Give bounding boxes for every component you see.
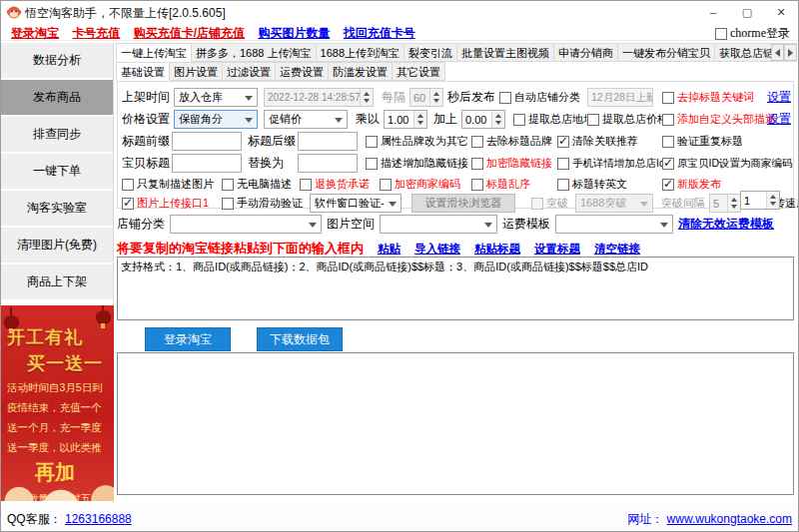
download-pack-button[interactable]: 下载数据包 — [257, 327, 343, 351]
subtab-image-settings[interactable]: 图片设置 — [170, 62, 223, 81]
checkbox-clear-related[interactable]: 清除关联推荐 — [557, 132, 638, 151]
paste-link[interactable]: 粘贴 — [378, 242, 400, 257]
image-space-select[interactable] — [380, 215, 497, 234]
slider-browser-button[interactable]: 设置滑块浏览器 — [411, 194, 515, 213]
sidebar-item-taoke-lab[interactable]: 淘客实验室 — [1, 191, 113, 228]
paste-title-link[interactable]: 粘贴标题 — [474, 242, 520, 257]
multiply-spinner[interactable]: 1.00 — [384, 110, 427, 129]
checkbox-custom-header-desc[interactable]: 添加自定义头部描述 — [662, 110, 776, 129]
checkbox-encrypt-merchant-code[interactable]: 加密商家编码 — [380, 175, 460, 194]
maximize-button[interactable]: ▢ — [730, 1, 764, 23]
breakthrough-gap-spinner[interactable]: 5 — [709, 194, 741, 213]
freight-template-label: 运费模板 — [502, 216, 550, 233]
replace-with-input[interactable] — [298, 154, 358, 173]
tab-batch-main-video[interactable]: 批量设置主图视频 — [457, 43, 554, 62]
checkbox-auto-shop-category[interactable]: 自动店铺分类 — [499, 88, 580, 107]
spinner-arrows-icon[interactable] — [727, 195, 740, 212]
checkbox-box — [380, 179, 392, 191]
image-space-label: 图片空间 — [327, 216, 375, 233]
item-title-input[interactable] — [172, 154, 242, 173]
nav-login-taobao[interactable]: 登录淘宝 — [11, 25, 59, 42]
checkbox-extract-store-address[interactable]: 提取总店地址 — [513, 110, 594, 129]
nav-recover-card[interactable]: 找回充值卡号 — [344, 25, 415, 42]
spinner-arrows-icon[interactable] — [766, 192, 779, 209]
spinner-arrows-icon[interactable] — [360, 89, 373, 106]
tab-apply-distributor[interactable]: 申请分销商 — [554, 43, 618, 62]
subtab-basic-settings[interactable]: 基础设置 — [116, 62, 170, 81]
tab-scroll-right-icon[interactable] — [784, 44, 797, 61]
checkbox-return-promise[interactable]: 退换货承诺 — [300, 175, 370, 194]
sidebar-item-shelf-toggle[interactable]: 商品上下架 — [1, 265, 113, 301]
sidebar-item-one-click-order[interactable]: 一键下单 — [1, 154, 113, 191]
close-button[interactable]: ✕ — [764, 1, 798, 23]
checkbox-breakthrough[interactable]: 突破 — [531, 194, 568, 213]
tab-pdd-1688-upload[interactable]: 拼多多，1688 上传淘宝 — [192, 43, 317, 62]
checkbox-copy-desc-images-only[interactable]: 只复制描述图片 — [122, 175, 214, 194]
checkbox-desc-hidden-link[interactable]: 描述增加隐藏链接 — [366, 154, 468, 173]
upload-speed-spinner[interactable]: 1 — [740, 191, 780, 210]
checkbox-attr-brand-other[interactable]: 属性品牌改为其它 — [366, 132, 468, 151]
subtab-antispam-settings[interactable]: 防滥发设置 — [329, 62, 393, 81]
checkbox-title-to-english[interactable]: 标题转英文 — [557, 175, 627, 194]
breakthrough-mode-select[interactable]: 1688突破 — [575, 194, 653, 213]
checkbox-extract-store-price[interactable]: 提取总店价格 — [587, 110, 668, 129]
checkbox-title-shuffle[interactable]: 标题乱序 — [471, 175, 530, 194]
spinner-arrows-icon[interactable] — [413, 111, 426, 128]
login-taobao-button[interactable]: 登录淘宝 — [145, 327, 231, 351]
tab-scroll-arrows — [771, 44, 797, 61]
checkbox-origin-id-as-code[interactable]: 原宝贝ID设置为商家编码 — [662, 154, 793, 173]
tab-one-click-upload-taobao[interactable]: 一键上传淘宝 — [116, 43, 192, 62]
nav-buy-image-quota[interactable]: 购买图片数量 — [258, 25, 330, 42]
custom-header-settings-link[interactable]: 设置 — [767, 110, 791, 129]
shelf-mode-select[interactable]: 放入仓库 — [174, 88, 258, 107]
sidebar-item-publish-goods[interactable]: 发布商品 — [1, 80, 113, 117]
sidebar-item-data-analysis[interactable]: 数据分析 — [1, 43, 113, 80]
subtab-filter-settings[interactable]: 过滤设置 — [223, 62, 276, 81]
checkbox-remove-title-brand[interactable]: 去除标题品牌 — [471, 132, 552, 151]
clear-invalid-freight-link[interactable]: 清除无效运费模板 — [678, 216, 774, 233]
sidebar-item-clean-images[interactable]: 清理图片(免费) — [1, 228, 113, 265]
spinner-arrows-icon[interactable] — [429, 89, 442, 106]
site-url-link[interactable]: www.wukongtaoke.com — [667, 512, 792, 526]
subtab-freight-settings[interactable]: 运费设置 — [276, 62, 329, 81]
verify-mode-select[interactable]: 软件窗口验证- — [310, 194, 401, 213]
tab-scroll-left-icon[interactable] — [771, 44, 784, 61]
nav-buy-card[interactable]: 购买充值卡/店铺充值 — [134, 25, 245, 42]
title-prefix-input[interactable] — [172, 132, 242, 151]
set-title-link[interactable]: 设置标题 — [534, 242, 580, 257]
checkbox-encrypt-hidden-link[interactable]: 加密隐藏链接 — [471, 154, 552, 173]
datetime-spinner[interactable]: 2022-12-28 14:28:57 — [264, 88, 374, 107]
tab-publish-distribution[interactable]: 一键发布分销宝贝 — [618, 43, 715, 62]
price-keep-select[interactable]: 保留角分 — [174, 110, 258, 129]
interval-spinner[interactable]: 60 — [409, 88, 443, 107]
nav-card-recharge[interactable]: 卡号充值 — [72, 25, 120, 42]
checkbox-label: 手机详情增加总店Id — [572, 157, 665, 171]
checkbox-chrome-login[interactable]: chorme登录 — [715, 25, 790, 42]
import-links-link[interactable]: 导入链接 — [414, 242, 460, 257]
minimize-button[interactable]: – — [696, 1, 730, 23]
checkbox-mobile-detail-store-id[interactable]: 手机详情增加总店Id — [557, 154, 665, 173]
remove-keywords-settings-link[interactable]: 设置 — [767, 88, 791, 107]
checkbox-remove-title-keywords[interactable]: 去掉标题关键词 — [662, 88, 754, 107]
subtab-other-settings[interactable]: 其它设置 — [393, 62, 445, 81]
checkbox-verify-duplicate-title[interactable]: 验证重复标题 — [662, 132, 743, 151]
qq-number-link[interactable]: 1263166888 — [65, 512, 132, 526]
tab-1688-to-taobao[interactable]: 1688上传到淘宝 — [317, 43, 404, 62]
new-title-field[interactable]: 12月28日上新 — [587, 88, 653, 107]
title-suffix-input[interactable] — [298, 132, 358, 151]
plus-spinner[interactable]: 0.00 — [461, 110, 505, 129]
checkbox-manual-slide-verify[interactable]: 手动滑动验证 — [222, 194, 303, 213]
links-input-area[interactable]: 支持格式：1、商品ID(或商品链接)；2、商品ID(或商品链接)$$标题；3、商… — [117, 257, 794, 320]
freight-template-select[interactable] — [555, 215, 673, 234]
tab-fission-traffic[interactable]: 裂变引流 — [404, 43, 457, 62]
checkbox-image-upload-api[interactable]: 图片上传接口1 — [122, 194, 209, 213]
log-output-area[interactable] — [117, 352, 794, 495]
checkbox-new-publish[interactable]: 新版发布 — [662, 175, 721, 194]
shop-category-select[interactable] — [170, 215, 322, 234]
spinner-arrows-icon[interactable] — [491, 111, 504, 128]
sidebar-item-check-sync[interactable]: 排查同步 — [1, 117, 113, 154]
price-type-select[interactable]: 促销价 — [264, 110, 348, 129]
checkbox-no-pc-desc[interactable]: 无电脑描述 — [222, 175, 292, 194]
paste-instruction: 将要复制的淘宝链接粘贴到下面的输入框内 — [117, 240, 364, 258]
clear-links-link[interactable]: 清空链接 — [594, 242, 640, 257]
